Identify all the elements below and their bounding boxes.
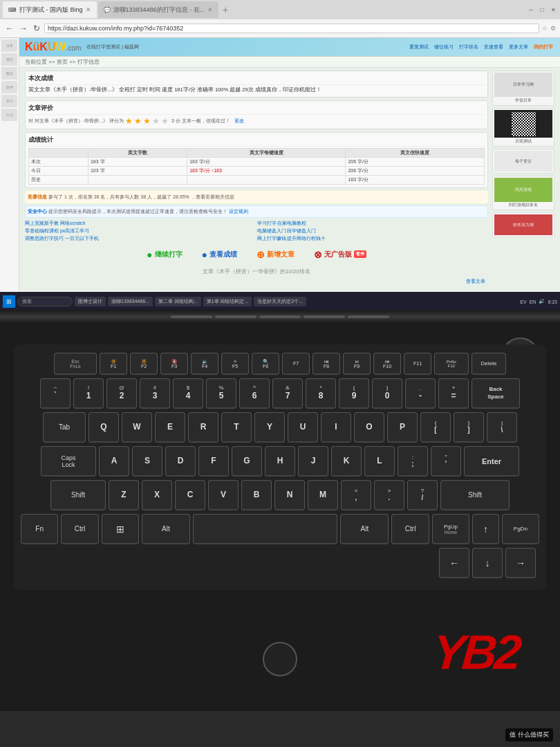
key-f10[interactable]: ⏭F10 [373, 353, 401, 375]
change-link[interactable]: 更改 [234, 118, 244, 124]
key-7[interactable]: & 7 [272, 378, 303, 409]
tab-close-btn[interactable]: ✕ [86, 6, 91, 13]
key-delete[interactable]: Delete [472, 353, 506, 375]
key-up[interactable]: ↑ [472, 514, 499, 544]
key-0[interactable]: ) 0 [372, 378, 402, 409]
key-3[interactable]: # 3 [140, 378, 170, 409]
taskbar-item-2[interactable]: 第二章 词组结构... [155, 297, 201, 306]
key-capslock[interactable]: Caps Lock [41, 446, 96, 477]
key-comma[interactable]: < , [341, 480, 371, 510]
key-ctrl-right[interactable]: Ctrl [391, 514, 429, 544]
key-shift-right[interactable]: Shift [440, 480, 510, 510]
taskbar-item-0[interactable]: 图博士设计 [75, 297, 106, 306]
key-f11[interactable]: F11 [404, 353, 431, 375]
start-btn[interactable]: ⊞ [3, 295, 15, 308]
taskbar-item-4[interactable]: 当是好天天的定2个... [254, 297, 306, 306]
key-pgdn[interactable]: PgDn [502, 514, 539, 544]
key-enter[interactable]: Enter [464, 446, 519, 477]
key-x[interactable]: X [142, 480, 172, 510]
key-period[interactable]: > . [374, 480, 404, 510]
add-article-btn[interactable]: ⊕ 新增文章 [251, 247, 300, 262]
key-lbracket[interactable]: { [ [420, 412, 451, 443]
taskbar-item-1[interactable]: 游聊133834486... [108, 297, 153, 306]
tab-close-btn2[interactable]: ✕ [207, 6, 213, 13]
key-f8[interactable]: ⏮F8 [312, 353, 340, 375]
nav-item-5[interactable]: 更多文章 [509, 44, 528, 50]
key-q[interactable]: Q [88, 412, 119, 443]
maximize-btn[interactable]: □ [538, 6, 546, 14]
nav-item-1[interactable]: 重复测试 [409, 44, 429, 50]
key-fn[interactable]: Fn [21, 514, 58, 544]
key-l[interactable]: L [364, 446, 395, 477]
key-1[interactable]: ! 1 [73, 378, 104, 409]
key-f3[interactable]: 🔇F3 [160, 353, 188, 375]
star-5[interactable]: ★ [161, 116, 169, 126]
key-equals[interactable]: + = [438, 378, 469, 409]
key-r[interactable]: R [188, 412, 218, 443]
key-t[interactable]: T [221, 412, 252, 443]
key-ctrl-left[interactable]: Ctrl [61, 514, 98, 544]
new-tab-btn[interactable]: + [220, 4, 231, 15]
key-alt-left[interactable]: Alt [142, 514, 190, 544]
key-k[interactable]: K [331, 446, 362, 477]
key-f7[interactable]: F7 [282, 353, 310, 375]
star-2[interactable]: ★ [134, 116, 142, 126]
link-2[interactable]: 零基础编程课程 px高清工学习 [25, 228, 256, 234]
tab-inactive[interactable]: 💬 游聊133834486的打字信息 - 在... ✕ [98, 1, 219, 18]
key-backtick[interactable]: ~ ` [40, 378, 71, 409]
link-1[interactable]: 学习打字 在家电脑教程 [257, 220, 489, 227]
key-a[interactable]: A [99, 446, 129, 477]
refresh-btn[interactable]: ↻ [32, 24, 41, 33]
key-down[interactable]: ↓ [472, 548, 503, 578]
nav-item-3[interactable]: 打字排名 [459, 44, 478, 50]
continue-typing-btn[interactable]: ● 继续打字 [141, 247, 187, 262]
key-5[interactable]: % 5 [206, 378, 236, 409]
key-6[interactable]: ^ 6 [239, 378, 270, 409]
key-right[interactable]: → [505, 548, 536, 578]
address-input[interactable]: https://dazi.kukuw.com/info.my.php?id=76… [44, 24, 539, 33]
key-minus[interactable]: _ - [405, 378, 436, 409]
key-e[interactable]: E [155, 412, 185, 443]
key-quote[interactable]: " ' [431, 446, 461, 477]
key-g[interactable]: G [232, 446, 262, 477]
key-u[interactable]: U [288, 412, 318, 443]
key-left[interactable]: ← [439, 548, 469, 578]
safe-link[interactable]: 设定规则 [229, 209, 248, 214]
key-w[interactable]: W [122, 412, 152, 443]
key-esc[interactable]: Esc FnLk [54, 353, 97, 375]
taskbar-search[interactable]: 搜索 [17, 297, 73, 306]
nav-item-4[interactable]: 竞速查看 [484, 44, 503, 50]
key-semicolon[interactable]: : ; [398, 446, 428, 477]
key-o[interactable]: O [354, 412, 384, 443]
taskbar-item-3[interactable]: 第1章 词组结构定... [203, 297, 252, 306]
key-d[interactable]: D [165, 446, 196, 477]
key-f2[interactable]: 🔆F2 [130, 353, 158, 375]
tab-active[interactable]: ⌨ 打字测试 - 国内版 Bing ✕ [3, 1, 97, 18]
view-score-btn[interactable]: ● 查看成绩 [196, 247, 243, 262]
key-n[interactable]: N [274, 480, 305, 510]
star-3[interactable]: ★ [143, 116, 151, 126]
key-b[interactable]: B [241, 480, 272, 510]
key-backspace[interactable]: BackSpace [472, 378, 520, 409]
home-button[interactable] [263, 642, 297, 676]
close-btn[interactable]: ✕ [549, 6, 557, 14]
key-shift-left[interactable]: Shift [50, 480, 106, 510]
key-s[interactable]: S [132, 446, 162, 477]
key-f6[interactable]: 🔍F6 [252, 353, 279, 375]
key-alt-right[interactable]: Alt [340, 514, 389, 544]
nav-item-6[interactable]: 我的打字 [534, 44, 553, 50]
key-z[interactable]: Z [109, 480, 139, 510]
link-3[interactable]: 电脑键盘入门 段学键盘入门 [257, 228, 489, 234]
key-space[interactable] [193, 514, 338, 544]
back-btn[interactable]: ← [4, 24, 15, 33]
key-f9[interactable]: ⏯F9 [343, 353, 371, 375]
view-full-link[interactable]: 查看文章 [25, 277, 488, 286]
link-0[interactable]: 网上宽频新手教 网络scratch [25, 220, 256, 227]
key-h[interactable]: H [265, 446, 295, 477]
key-pgup[interactable]: PgUp Home [432, 514, 469, 544]
link-5[interactable]: 网上打字赚钱 提升网络行程钱十 [257, 235, 489, 242]
key-f4[interactable]: 🔉F4 [191, 353, 218, 375]
key-v[interactable]: V [208, 480, 239, 510]
key-m[interactable]: M [308, 480, 338, 510]
bookmark-icon[interactable]: ☆ [542, 25, 548, 32]
